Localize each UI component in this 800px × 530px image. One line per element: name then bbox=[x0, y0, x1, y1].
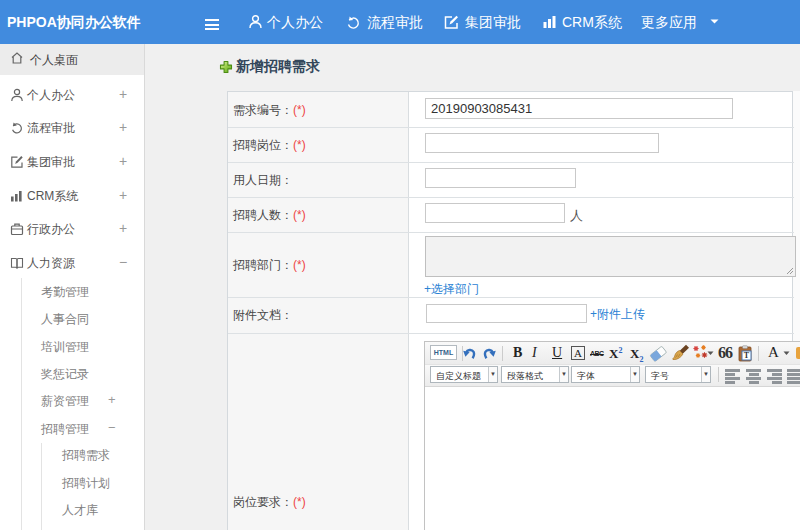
svg-text:T: T bbox=[744, 351, 750, 360]
